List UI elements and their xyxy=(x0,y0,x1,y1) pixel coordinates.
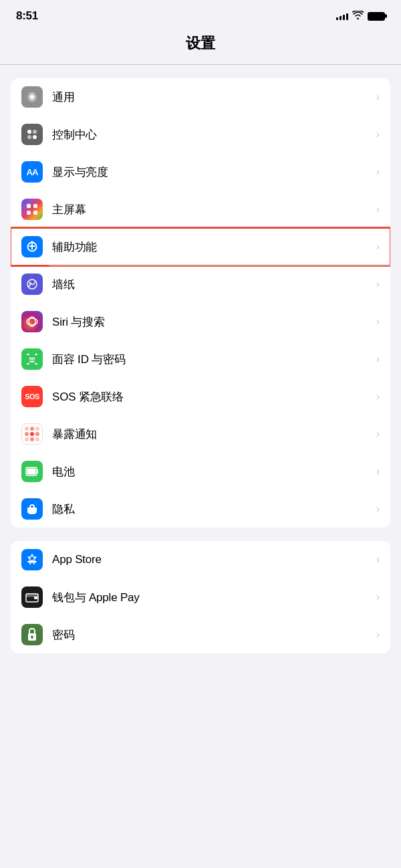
svg-rect-5 xyxy=(27,204,31,208)
siri-chevron: › xyxy=(376,316,380,328)
sos-icon: SOS xyxy=(21,386,43,407)
title-divider xyxy=(0,64,401,65)
battery-icon-settings xyxy=(21,461,43,482)
wallet-chevron: › xyxy=(376,591,380,603)
status-bar: 8:51 xyxy=(0,0,401,28)
general-icon xyxy=(21,86,43,108)
battery-chevron: › xyxy=(376,465,380,477)
svg-rect-8 xyxy=(33,211,37,215)
svg-rect-30 xyxy=(26,594,38,596)
settings-item-exposure[interactable]: 暴露通知 › xyxy=(11,415,390,453)
faceid-chevron: › xyxy=(376,353,380,365)
svg-point-4 xyxy=(33,135,37,139)
display-chevron: › xyxy=(376,166,380,178)
wifi-icon xyxy=(352,11,364,21)
siri-label: Siri 与搜索 xyxy=(52,314,371,330)
settings-item-appstore[interactable]: App Store › xyxy=(11,541,390,578)
control-icon xyxy=(21,124,43,145)
settings-item-wallpaper[interactable]: 墙纸 › xyxy=(11,265,390,303)
svg-point-14 xyxy=(29,282,31,284)
wallpaper-chevron: › xyxy=(376,278,380,290)
wallpaper-icon xyxy=(21,274,43,295)
svg-rect-17 xyxy=(27,354,29,355)
svg-rect-20 xyxy=(35,363,37,364)
privacy-label: 隐私 xyxy=(52,502,371,517)
settings-item-homescreen[interactable]: 主屏幕 › xyxy=(11,191,390,228)
exposure-label: 暴露通知 xyxy=(52,427,371,442)
svg-point-1 xyxy=(27,130,31,134)
svg-point-3 xyxy=(27,135,31,139)
settings-item-control[interactable]: 控制中心 › xyxy=(11,116,390,153)
password-label: 密码 xyxy=(52,627,371,643)
accessibility-chevron: › xyxy=(376,241,380,253)
svg-rect-26 xyxy=(37,469,38,473)
control-label: 控制中心 xyxy=(52,127,371,142)
homescreen-chevron: › xyxy=(376,203,380,215)
svg-rect-19 xyxy=(27,363,29,364)
wallet-icon xyxy=(21,586,43,608)
wallpaper-label: 墙纸 xyxy=(52,277,371,292)
status-time: 8:51 xyxy=(16,9,38,23)
settings-item-accessibility[interactable]: 辅助功能 › xyxy=(11,228,390,265)
settings-group-1: 通用 › 控制中心 › AA 显示与亮度 › xyxy=(11,78,390,528)
settings-item-password[interactable]: 密码 › xyxy=(11,616,390,653)
homescreen-label: 主屏幕 xyxy=(52,202,371,217)
svg-point-2 xyxy=(33,130,37,134)
page-title: 设置 xyxy=(0,33,401,53)
general-label: 通用 xyxy=(52,90,371,105)
accessibility-label: 辅助功能 xyxy=(52,239,371,255)
appstore-label: App Store xyxy=(52,553,371,566)
battery-label: 电池 xyxy=(52,464,371,479)
exposure-icon xyxy=(21,423,43,445)
settings-item-wallet[interactable]: 钱包与 Apple Pay › xyxy=(11,578,390,616)
privacy-chevron: › xyxy=(376,503,380,515)
appstore-chevron: › xyxy=(376,554,380,566)
settings-item-privacy[interactable]: 隐私 › xyxy=(11,490,390,528)
svg-rect-35 xyxy=(31,637,33,639)
signal-icon xyxy=(336,12,348,20)
homescreen-icon xyxy=(21,199,43,220)
settings-group-2: App Store › 钱包与 Apple Pay › 密码 › xyxy=(11,541,390,653)
settings-item-display[interactable]: AA 显示与亮度 › xyxy=(11,153,390,191)
general-chevron: › xyxy=(376,91,380,103)
control-chevron: › xyxy=(376,128,380,140)
svg-rect-18 xyxy=(35,354,37,355)
settings-item-faceid[interactable]: 面容 ID 与密码 › xyxy=(11,340,390,378)
page-title-bar: 设置 xyxy=(0,28,401,64)
siri-icon xyxy=(21,311,43,332)
appstore-icon xyxy=(21,549,43,570)
settings-item-siri[interactable]: Siri 与搜索 › xyxy=(11,303,390,340)
svg-rect-7 xyxy=(27,211,31,215)
faceid-label: 面容 ID 与密码 xyxy=(52,352,371,367)
privacy-icon xyxy=(21,498,43,520)
battery-icon xyxy=(368,12,385,21)
accessibility-icon xyxy=(21,236,43,257)
sos-label: SOS 紧急联络 xyxy=(52,389,371,405)
password-chevron: › xyxy=(376,629,380,641)
display-label: 显示与亮度 xyxy=(52,165,371,180)
faceid-icon xyxy=(21,348,43,370)
password-icon xyxy=(21,624,43,645)
sos-chevron: › xyxy=(376,391,380,403)
svg-rect-31 xyxy=(34,596,37,599)
display-icon: AA xyxy=(21,161,43,183)
settings-item-sos[interactable]: SOS SOS 紧急联络 › xyxy=(11,378,390,415)
wallet-label: 钱包与 Apple Pay xyxy=(52,590,371,605)
svg-rect-25 xyxy=(27,469,36,475)
settings-item-general[interactable]: 通用 › xyxy=(11,78,390,116)
settings-item-battery[interactable]: 电池 › xyxy=(11,453,390,490)
svg-rect-6 xyxy=(33,204,37,208)
exposure-chevron: › xyxy=(376,428,380,440)
status-icons xyxy=(336,11,385,21)
